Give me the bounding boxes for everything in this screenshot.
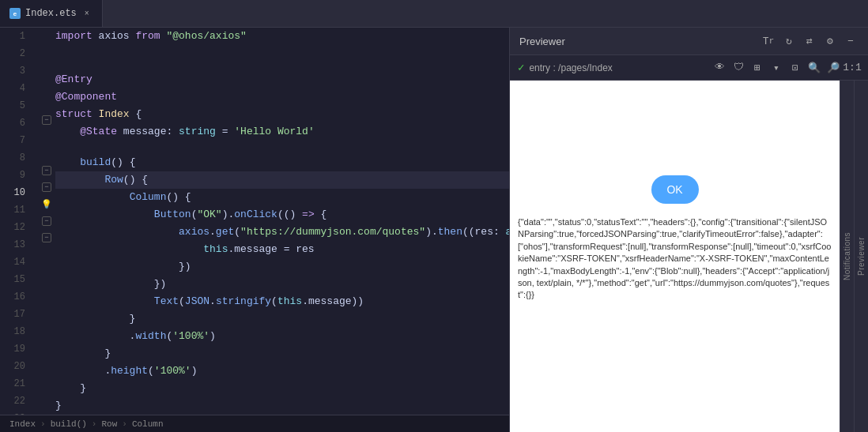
- gutter-18: [40, 314, 55, 330]
- ln-22: 22: [0, 393, 32, 410]
- code-line-1: import axios from "@ohos/axios": [55, 28, 509, 45]
- code-line-19: .width('100%'): [55, 328, 509, 345]
- tab-file-icon: e: [9, 8, 21, 19]
- code-line-4: @Entry: [55, 71, 509, 88]
- ln-1: 1: [0, 28, 32, 45]
- code-line-22: }: [55, 380, 509, 397]
- previewer-panel: Previewer Tr ↻ ⇄ ⚙ − ✓ entry : /pages/In…: [510, 28, 868, 432]
- gutter-1: [40, 28, 55, 44]
- preview-response-text: {"data":"","status":0,"statusText":"","h…: [510, 216, 840, 302]
- gutter-5: [40, 95, 55, 111]
- breadcrumb-row: Row: [101, 419, 117, 429]
- ln-6: 6: [0, 115, 32, 132]
- code-line-17: Text(JSON.stringify(this.message)): [55, 293, 509, 310]
- gutter-22: [40, 381, 55, 397]
- fold-icon-13[interactable]: −: [42, 233, 51, 242]
- previewer-sidebar: Previewer: [854, 81, 868, 432]
- main-content: 1 2 3 4 5 6 7 8 9 10 11 12 13 14 15 16 1…: [0, 28, 868, 432]
- code-line-13: axios.get("https://dummyjson.com/quotes"…: [55, 224, 509, 241]
- line-numbers: 1 2 3 4 5 6 7 8 9 10 11 12 13 14 15 16 1…: [0, 28, 40, 415]
- gutter-10[interactable]: −: [40, 179, 55, 196]
- gutter-12[interactable]: −: [40, 212, 55, 229]
- notifications-label: Notifications: [843, 226, 851, 287]
- gutter-11[interactable]: 💡: [40, 196, 55, 212]
- fold-icon-9[interactable]: −: [42, 166, 51, 175]
- ln-12: 12: [0, 219, 32, 236]
- previewer-toolbar: ✓ entry : /pages/Index 👁 🛡 ⊞ ▾ ⊡ 🔍 🔎 1:1: [510, 55, 868, 81]
- grid-icon[interactable]: ⊞: [749, 60, 765, 76]
- code-line-15: }): [55, 258, 509, 276]
- ln-4: 4: [0, 80, 32, 97]
- gutter-6[interactable]: −: [40, 111, 55, 128]
- shield-icon[interactable]: 🛡: [730, 60, 746, 76]
- previewer-header: Previewer Tr ↻ ⇄ ⚙ −: [510, 28, 868, 55]
- breadcrumb-sep-2: ›: [92, 419, 97, 429]
- tab-close-button[interactable]: ×: [81, 8, 92, 19]
- status-bar: Index › build() › Row › Column: [0, 415, 509, 432]
- minimize-icon[interactable]: −: [843, 33, 859, 49]
- ln-17: 17: [0, 306, 32, 323]
- gutter-21: [40, 364, 55, 381]
- ln-2: 2: [0, 45, 32, 62]
- ln-20: 20: [0, 358, 32, 375]
- zoom-in-icon[interactable]: 🔍: [806, 60, 822, 76]
- bulb-icon-11: 💡: [41, 199, 52, 210]
- breadcrumb-sep-3: ›: [122, 419, 127, 429]
- fold-icon-12[interactable]: −: [42, 216, 51, 226]
- chevron-down-icon[interactable]: ▾: [768, 60, 784, 76]
- code-line-8: [55, 141, 509, 154]
- editor-tab[interactable]: e Index.ets ×: [0, 0, 103, 27]
- gutter-23: [40, 398, 55, 415]
- code-line-5: @Component: [55, 88, 509, 106]
- ln-14: 14: [0, 254, 32, 271]
- tab-label: Index.ets: [25, 8, 77, 19]
- ln-16: 16: [0, 288, 32, 306]
- code-line-3: [55, 58, 509, 72]
- gutter-15: [40, 263, 55, 280]
- ln-19: 19: [0, 340, 32, 358]
- gutter-13[interactable]: −: [40, 230, 55, 246]
- ln-3: 3: [0, 62, 32, 80]
- crop-icon[interactable]: ⊡: [787, 60, 803, 76]
- refresh-icon[interactable]: ↻: [781, 33, 797, 49]
- code-line-16: }): [55, 276, 509, 293]
- ln-15: 15: [0, 271, 32, 288]
- ln-18: 18: [0, 323, 32, 340]
- editor-panel: 1 2 3 4 5 6 7 8 9 10 11 12 13 14 15 16 1…: [0, 28, 510, 432]
- breadcrumb-column: Column: [132, 419, 164, 429]
- code-line-18: }: [55, 310, 509, 328]
- ln-8: 8: [0, 149, 32, 167]
- code-line-12: Button("OK").onClick(() => {: [55, 206, 509, 224]
- code-editor[interactable]: 1 2 3 4 5 6 7 8 9 10 11 12 13 14 15 16 1…: [0, 28, 509, 415]
- code-line-23: }: [55, 397, 509, 415]
- ln-10: 10: [0, 184, 32, 201]
- notifications-sidebar: Notifications: [840, 81, 854, 432]
- ln-13: 13: [0, 236, 32, 254]
- toolbar-icons: 👁 🛡 ⊞ ▾ ⊡ 🔍 🔎 1:1: [711, 60, 860, 76]
- gutter-9[interactable]: −: [40, 162, 55, 178]
- breadcrumb-index: Index: [9, 419, 36, 429]
- fold-icon-10[interactable]: −: [42, 182, 51, 192]
- ln-7: 7: [0, 132, 32, 149]
- breadcrumb-sep-1: ›: [40, 419, 46, 429]
- previewer-content: OK {"data":"","status":0,"statusText":""…: [510, 81, 868, 432]
- ln-11: 11: [0, 201, 32, 219]
- sync-icon[interactable]: ⇄: [802, 33, 817, 49]
- eye-icon[interactable]: 👁: [711, 60, 727, 76]
- gutter-7: [40, 129, 55, 145]
- code-line-14: this.message = res: [55, 241, 509, 258]
- ok-button[interactable]: OK: [651, 175, 699, 204]
- gutter-16: [40, 280, 55, 296]
- code-line-20: }: [55, 345, 509, 363]
- code-line-11: Column() {: [55, 189, 509, 206]
- gutter: − − − 💡 − −: [40, 28, 55, 415]
- gutter-8: [40, 145, 55, 162]
- previewer-label: Previewer: [857, 231, 866, 282]
- tab-bar: e Index.ets ×: [0, 0, 868, 28]
- ratio-icon[interactable]: 1:1: [844, 60, 860, 76]
- fold-icon-6[interactable]: −: [42, 115, 51, 125]
- text-size-icon[interactable]: Tr: [760, 33, 776, 49]
- zoom-out-icon[interactable]: 🔎: [825, 60, 841, 76]
- settings-icon[interactable]: ⚙: [822, 33, 838, 49]
- code-line-6: struct Index {: [55, 106, 509, 123]
